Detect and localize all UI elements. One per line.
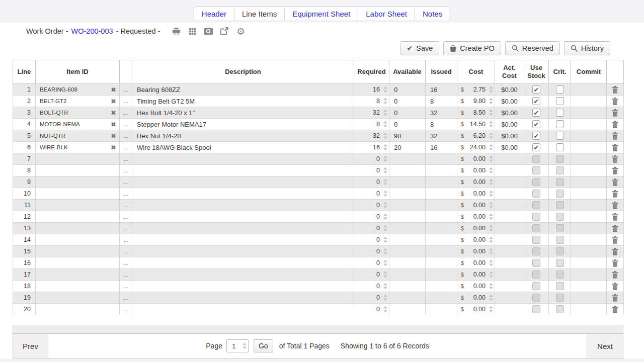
tab-notes[interactable]: Notes [415,7,450,21]
delete-row-button[interactable] [607,257,624,269]
cost-input[interactable]: $0.00 [457,223,495,234]
spinner-arrows[interactable] [489,110,493,116]
item-lookup-button[interactable]: ... [120,107,132,119]
item-id-input[interactable] [36,188,120,200]
spinner-arrows[interactable] [383,248,387,255]
item-lookup-button[interactable]: ... [120,304,132,315]
item-id-input[interactable] [36,234,120,246]
delete-row-button[interactable] [607,246,624,257]
delete-row-button[interactable] [607,165,624,176]
required-input[interactable]: 0 [354,176,389,188]
item-lookup-button[interactable]: ... [120,246,132,257]
history-button[interactable]: History [564,41,610,55]
item-id-input[interactable] [36,165,120,176]
spinner-arrows[interactable] [489,179,493,186]
cost-input[interactable]: $0.00 [457,188,495,200]
item-id-input[interactable] [36,269,120,281]
description-cell[interactable] [132,269,354,281]
spinner-arrows[interactable] [383,133,387,139]
description-cell[interactable] [132,257,354,269]
required-input[interactable]: 16 [354,84,389,96]
spinner-arrows[interactable] [383,156,387,162]
description-cell[interactable] [132,165,354,176]
description-cell[interactable]: Hex Bolt 1/4-20 x 1" [132,107,354,119]
description-cell[interactable] [132,246,354,257]
item-id-input[interactable] [36,281,120,292]
required-input[interactable]: 16 [354,142,389,153]
description-cell[interactable] [132,188,354,200]
item-id-input[interactable]: MOTOR-NEMA✖ [36,119,120,130]
cost-input[interactable]: $24.00 [457,142,495,153]
tab-equipment-sheet[interactable]: Equipment Sheet [285,7,358,21]
spinner-arrows[interactable] [489,156,493,162]
delete-row-button[interactable] [607,153,624,165]
item-id-input[interactable] [36,257,120,269]
create-po-button[interactable]: Create PO [443,41,501,55]
spinner-arrows[interactable] [383,179,387,186]
spinner-arrows[interactable] [489,167,493,174]
cost-input[interactable]: $0.00 [457,165,495,176]
clear-item-icon[interactable]: ✖ [111,86,116,94]
clear-item-icon[interactable]: ✖ [111,98,116,105]
clear-item-icon[interactable]: ✖ [111,132,116,140]
required-input[interactable]: 0 [354,257,389,269]
delete-row-button[interactable] [607,96,624,107]
item-id-input[interactable] [36,153,120,165]
work-order-number-link[interactable]: WO-200-003 [71,27,113,35]
tab-line-items[interactable]: Line Items [234,7,285,21]
description-cell[interactable]: Hex Nut 1/4-20 [132,130,354,142]
description-cell[interactable]: Bearing 608ZZ [132,84,354,96]
spinner-arrows[interactable] [383,98,387,105]
prev-page-button[interactable]: Prev [13,334,48,358]
spinner-arrows[interactable] [383,260,387,266]
item-lookup-button[interactable]: ... [120,165,132,176]
delete-row-button[interactable] [607,119,624,130]
item-id-input[interactable] [36,176,120,188]
required-input[interactable]: 0 [354,200,389,211]
item-id-input[interactable] [36,211,120,223]
item-lookup-button[interactable]: ... [120,223,132,234]
item-id-input[interactable]: WIRE-BLK✖ [36,142,120,153]
tab-header[interactable]: Header [194,7,234,21]
cost-input[interactable]: $0.00 [457,257,495,269]
spinner-arrows[interactable] [383,225,387,232]
spinner-arrows[interactable] [489,272,493,278]
description-cell[interactable] [132,153,354,165]
use-stock-checkbox[interactable]: ✔ [532,97,540,105]
item-lookup-button[interactable]: ... [120,142,132,153]
delete-row-button[interactable] [607,176,624,188]
spinner-arrows[interactable] [383,121,387,128]
spinner-arrows[interactable] [489,260,493,266]
item-lookup-button[interactable]: ... [120,130,132,142]
crit-checkbox[interactable] [556,97,564,105]
spinner-arrows[interactable] [489,295,493,301]
spinner-arrows[interactable] [383,272,387,278]
spinner-arrows[interactable] [383,306,387,313]
use-stock-checkbox[interactable]: ✔ [532,85,540,94]
spinner-arrows[interactable] [489,133,493,139]
use-stock-checkbox[interactable]: ✔ [532,143,540,151]
spinner-arrows[interactable] [383,144,387,151]
required-input[interactable]: 0 [354,211,389,223]
item-lookup-button[interactable]: ... [120,96,132,107]
clear-item-icon[interactable]: ✖ [111,121,116,128]
description-cell[interactable] [132,211,354,223]
item-lookup-button[interactable]: ... [120,188,132,200]
delete-row-button[interactable] [607,304,624,315]
item-id-input[interactable] [36,200,120,211]
cost-input[interactable]: $0.00 [457,304,495,315]
required-input[interactable]: 8 [354,119,389,130]
cost-input[interactable]: $0.00 [457,246,495,257]
spinner-arrows[interactable] [383,283,387,290]
description-cell[interactable] [132,176,354,188]
spinner-arrows[interactable] [383,191,387,197]
item-id-input[interactable]: BEARING-608✖ [36,84,120,96]
spinner-arrows[interactable] [489,237,493,243]
item-lookup-button[interactable]: ... [120,234,132,246]
cost-input[interactable]: $0.00 [457,234,495,246]
delete-row-button[interactable] [607,211,624,223]
delete-row-button[interactable] [607,188,624,200]
cost-input[interactable]: $0.00 [457,211,495,223]
required-input[interactable]: 0 [354,292,389,304]
spinner-arrows[interactable] [383,167,387,174]
